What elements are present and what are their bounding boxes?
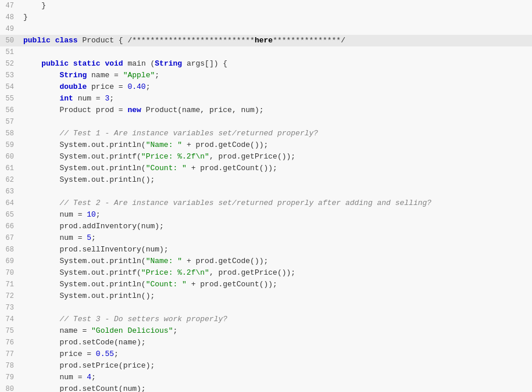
line-content: System.out.printf("Price: %.2f\n", prod.… <box>21 151 532 162</box>
line-content: public static void main (String args[]) … <box>21 58 532 69</box>
line-content: prod.setCount(num); <box>21 383 532 392</box>
code-line: 52 public static void main (String args[… <box>0 58 532 70</box>
line-number: 52 <box>0 59 21 70</box>
line-content: double price = 0.40; <box>21 81 532 92</box>
code-line: 50public class Product { /**************… <box>0 35 532 46</box>
line-number: 69 <box>0 256 21 267</box>
code-line: 55 int num = 3; <box>0 93 532 105</box>
line-number: 80 <box>0 384 21 392</box>
line-content: // Test 3 - Do setters work properly? <box>21 314 532 325</box>
code-line: 68 prod.sellInventory(num); <box>0 244 532 256</box>
code-line: 56 Product prod = new Product(name, pric… <box>0 105 532 116</box>
code-line: 64 // Test 2 - Are instance variables se… <box>0 197 532 209</box>
code-line: 79 num = 4; <box>0 372 532 383</box>
line-number: 60 <box>0 152 21 163</box>
code-line: 67 num = 5; <box>0 232 532 244</box>
line-content: } <box>21 12 532 23</box>
code-line: 51 <box>0 46 532 58</box>
code-line: 77 price = 0.55; <box>0 348 532 360</box>
line-number: 55 <box>0 93 21 105</box>
code-line: 69 System.out.println("Name: " + prod.ge… <box>0 256 532 267</box>
line-content <box>21 116 532 127</box>
line-number: 64 <box>0 198 21 209</box>
line-number: 49 <box>0 24 21 35</box>
code-line: 72 System.out.println(); <box>0 290 532 302</box>
code-line: 75 name = "Golden Delicious"; <box>0 325 532 337</box>
line-content: // Test 2 - Are instance variables set/r… <box>21 197 532 208</box>
line-number: 70 <box>0 268 21 279</box>
line-number: 61 <box>0 163 21 174</box>
code-editor: 47 }48}49 50public class Product { /****… <box>0 0 532 392</box>
line-number: 73 <box>0 303 21 314</box>
line-content <box>21 302 532 313</box>
line-content: public class Product { /****************… <box>21 35 532 46</box>
line-number: 76 <box>0 337 21 348</box>
line-number: 77 <box>0 349 21 360</box>
code-line: 73 <box>0 302 532 314</box>
line-content <box>21 23 532 34</box>
code-line: 59 System.out.println("Name: " + prod.ge… <box>0 139 532 151</box>
line-content: Product prod = new Product(name, price, … <box>21 105 532 116</box>
line-number: 74 <box>0 314 21 325</box>
line-content <box>21 186 532 197</box>
code-line: 58 // Test 1 - Are instance variables se… <box>0 128 532 139</box>
line-number: 53 <box>0 70 21 81</box>
line-content: price = 0.55; <box>21 348 532 359</box>
code-line: 65 num = 10; <box>0 209 532 221</box>
line-number: 65 <box>0 210 21 221</box>
code-line: 63 <box>0 186 532 197</box>
line-content: name = "Golden Delicious"; <box>21 325 532 336</box>
code-line: 80 prod.setCount(num); <box>0 383 532 392</box>
code-line: 66 prod.addInventory(num); <box>0 221 532 232</box>
line-number: 56 <box>0 105 21 116</box>
line-number: 58 <box>0 128 21 139</box>
line-number: 50 <box>0 35 21 46</box>
code-line: 60 System.out.printf("Price: %.2f\n", pr… <box>0 151 532 163</box>
line-number: 59 <box>0 140 21 151</box>
line-number: 48 <box>0 12 21 23</box>
line-content: System.out.println("Name: " + prod.getCo… <box>21 139 532 150</box>
line-content: prod.addInventory(num); <box>21 221 532 232</box>
line-content: prod.setCode(name); <box>21 337 532 348</box>
code-line: 57 <box>0 116 532 128</box>
code-line: 70 System.out.printf("Price: %.2f\n", pr… <box>0 267 532 279</box>
line-number: 67 <box>0 233 21 244</box>
line-number: 79 <box>0 372 21 383</box>
code-line: 49 <box>0 23 532 35</box>
code-line: 71 System.out.println("Count: " + prod.g… <box>0 279 532 290</box>
line-content: String name = "Apple"; <box>21 70 532 81</box>
line-content: // Test 1 - Are instance variables set/r… <box>21 128 532 139</box>
line-content: System.out.println("Count: " + prod.getC… <box>21 279 532 290</box>
line-number: 62 <box>0 175 21 186</box>
line-content: System.out.println("Count: " + prod.getC… <box>21 163 532 174</box>
line-content: System.out.println("Name: " + prod.getCo… <box>21 256 532 267</box>
line-content: num = 10; <box>21 209 532 220</box>
line-number: 66 <box>0 221 21 232</box>
line-content: prod.setPrice(price); <box>21 360 532 371</box>
code-line: 62 System.out.println(); <box>0 174 532 186</box>
line-number: 63 <box>0 186 21 197</box>
line-number: 72 <box>0 291 21 302</box>
line-content: } <box>21 0 532 11</box>
line-number: 68 <box>0 244 21 256</box>
line-content <box>21 46 532 57</box>
line-number: 47 <box>0 1 21 12</box>
line-content: System.out.println(); <box>21 290 532 301</box>
line-number: 57 <box>0 117 21 128</box>
line-number: 54 <box>0 82 21 93</box>
code-line: 74 // Test 3 - Do setters work properly? <box>0 314 532 325</box>
code-line: 48} <box>0 12 532 23</box>
code-line: 47 } <box>0 0 532 12</box>
code-line: 61 System.out.println("Count: " + prod.g… <box>0 163 532 174</box>
line-number: 51 <box>0 47 21 58</box>
line-content: System.out.println(); <box>21 174 532 185</box>
line-content: System.out.printf("Price: %.2f\n", prod.… <box>21 267 532 278</box>
code-line: 54 double price = 0.40; <box>0 81 532 93</box>
code-line: 76 prod.setCode(name); <box>0 337 532 348</box>
line-content: num = 5; <box>21 232 532 243</box>
line-content: num = 4; <box>21 372 532 383</box>
line-number: 75 <box>0 326 21 337</box>
line-number: 71 <box>0 279 21 290</box>
line-content: prod.sellInventory(num); <box>21 244 532 255</box>
code-line: 78 prod.setPrice(price); <box>0 360 532 372</box>
